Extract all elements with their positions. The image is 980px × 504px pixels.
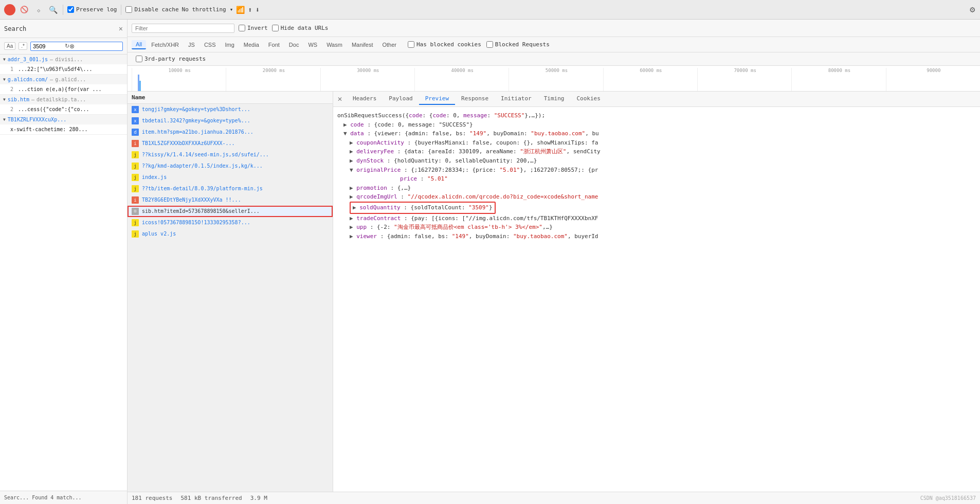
expand-icon-coupon[interactable]: ▶ — [350, 139, 353, 146]
type-btn-wasm[interactable]: Wasm — [322, 41, 347, 49]
tab-response[interactable]: Response — [455, 93, 495, 105]
expand-icon-delivery[interactable]: ▶ — [350, 148, 353, 155]
tab-headers[interactable]: Headers — [347, 93, 383, 105]
search-group-header-1[interactable]: ▼ g.alicdn.com/ — g.alicd... — [0, 75, 127, 84]
filter-button[interactable]: ⬦ — [33, 4, 44, 15]
search-button[interactable]: 🔍 — [47, 4, 59, 15]
expand-icon-dynstock[interactable]: ▶ — [350, 157, 353, 164]
search-close-button[interactable]: × — [119, 25, 123, 33]
request-item-3[interactable]: i TB1XL5ZGFXXXbDXFXXAz6UFXXX-... — [128, 138, 333, 149]
type-btn-font[interactable]: Font — [264, 41, 284, 49]
request-name-6: index.js — [142, 174, 329, 180]
tab-preview[interactable]: Preview — [419, 93, 455, 105]
json-line-data: ▼ data : {viewer: {admin: false, bs: "14… — [337, 129, 976, 138]
search-input-clear-button[interactable]: ⊗ — [69, 43, 75, 50]
request-name-0: tongji?gmkey=&gokey=type%3Dshort... — [142, 106, 329, 112]
type-btn-js[interactable]: JS — [184, 41, 199, 49]
expand-icon-original-price[interactable]: ▼ — [350, 167, 353, 173]
settings-button[interactable]: ⚙ — [969, 6, 976, 14]
filter-input[interactable] — [135, 25, 217, 31]
type-btn-ws[interactable]: WS — [304, 41, 321, 49]
search-group-3: ▼ TB1KZRLFVXXXcuXp... x-swift-cachetime:… — [0, 115, 127, 135]
request-item-10[interactable]: j icoss!057367889815O!13330295358?... — [128, 217, 333, 228]
group-name-3: TB1KZRLFVXXXcuXp... — [8, 117, 66, 122]
request-item-7[interactable]: j ??tb/item-detail/8.0.39/platform-min.j… — [128, 183, 333, 194]
search-group-header-0[interactable]: ▼ addr_3_001.js — divisi... — [0, 55, 127, 64]
regex-button[interactable]: .* — [19, 42, 27, 50]
third-party-checkbox[interactable]: 3rd-party requests — [136, 56, 206, 62]
request-icon-1: x — [132, 117, 139, 124]
group-sep-1: — — [50, 77, 53, 82]
request-item-5[interactable]: j ??kg/kmd-adapter/0.1.5/index.js,kg/k..… — [128, 160, 333, 172]
tab-initiator[interactable]: Initiator — [495, 93, 538, 105]
case-sensitive-button[interactable]: Aa — [4, 42, 15, 50]
timeline-mark-8: 90000 — [886, 68, 980, 91]
detail-close-button[interactable]: ✕ — [337, 96, 342, 103]
tab-payload[interactable]: Payload — [383, 93, 419, 105]
type-btn-doc[interactable]: Doc — [285, 41, 303, 49]
invert-checkbox[interactable]: Invert — [239, 25, 268, 31]
search-input[interactable] — [33, 43, 64, 49]
preserve-log-checkbox[interactable]: Preserve log — [67, 6, 117, 13]
wifi-icon: 📶 — [236, 6, 245, 14]
search-result-1-0[interactable]: 2 ...ction e(e,a){for(var ... — [0, 84, 127, 94]
type-btn-css[interactable]: CSS — [200, 41, 220, 49]
request-icon-2: d — [132, 129, 139, 136]
expand-icon-data[interactable]: ▼ — [343, 130, 347, 137]
request-item-6[interactable]: j index.js — [128, 172, 333, 183]
request-name-10: icoss!057367889815O!13330295358?... — [142, 220, 329, 225]
search-refresh-button[interactable]: ↻ — [65, 43, 69, 49]
timeline-mark-6: 70000 ms — [697, 68, 791, 91]
tab-timing[interactable]: Timing — [538, 93, 571, 105]
search-group-header-2[interactable]: ▼ sib.htm — detailskip.ta... — [0, 95, 127, 104]
detail-content: onSibRequestSuccess({code: {code: 0, mes… — [333, 107, 980, 492]
expand-icon-qrcode[interactable]: ▶ — [350, 193, 353, 200]
json-line-original-price: ▼ originalPrice : {;1627207:28334;: {pri… — [337, 166, 976, 175]
record-button[interactable] — [4, 4, 15, 15]
request-item-0[interactable]: x tongji?gmkey=&gokey=type%3Dshort... — [128, 104, 333, 115]
search-result-0-0[interactable]: 1 ...22:["\u963f\u5df4\... — [0, 64, 127, 74]
json-line-qrcode: ▶ qrcodeImgUrl : "//qcodex.alicdn.com/qr… — [337, 192, 976, 202]
throttle-select[interactable]: No throttling ▾ — [182, 6, 233, 13]
type-btn-img[interactable]: Img — [221, 41, 239, 49]
search-result-2-0[interactable]: 2 ...cess({"code":{"co... — [0, 104, 127, 114]
disable-cache-checkbox[interactable]: Disable cache — [125, 6, 178, 13]
type-btn-fetch[interactable]: Fetch/XHR — [147, 41, 183, 49]
request-item-4[interactable]: j ??kissy/k/1.4.14/seed-min.js,sd/sufei/… — [128, 149, 333, 160]
blocked-requests-checkbox[interactable]: Blocked Requests — [486, 41, 550, 48]
request-item-11[interactable]: j aplus_v2.js — [128, 228, 333, 240]
type-btn-all[interactable]: All — [132, 40, 146, 49]
has-blocked-cookies-checkbox[interactable]: Has blocked cookies — [408, 41, 481, 48]
json-line-upp: ▶ upp : {-2: "淘金币最高可抵商品价<em class='tb-h'… — [337, 223, 976, 232]
expand-icon-trade[interactable]: ▶ — [350, 215, 353, 222]
request-icon-6: j — [132, 174, 139, 181]
request-item-8[interactable]: i TB2Y8G6EDtYBeNjy1XdXXXyVXa_!!... — [128, 194, 333, 206]
type-btn-media[interactable]: Media — [240, 41, 263, 49]
json-line-price: price : "5.01" — [337, 174, 976, 184]
search-group-header-3[interactable]: ▼ TB1KZRLFVXXXcuXp... — [0, 115, 127, 124]
json-tree: onSibRequestSuccess({code: {code: 0, mes… — [337, 111, 976, 241]
request-icon-9: ⊡ — [132, 208, 139, 215]
search-panel: Search × Aa .* ↻ ⊗ ▼ addr_3_001.js — div… — [0, 20, 128, 504]
expand-icon-sold[interactable]: ▶ — [353, 204, 356, 211]
timeline-ruler: 10000 ms 20000 ms 30000 ms 40000 ms 5000… — [132, 66, 980, 91]
tab-cookies[interactable]: Cookies — [570, 93, 606, 105]
expand-icon-code[interactable]: ▶ — [343, 121, 347, 128]
type-btn-other[interactable]: Other — [378, 41, 401, 49]
search-result-3-0[interactable]: x-swift-cachetime: 280... — [0, 124, 127, 134]
status-bar: 181 requests 581 kB transferred 3.9 M — [128, 492, 980, 504]
divider-2 — [121, 5, 121, 15]
collapse-icon-3: ▼ — [3, 117, 6, 122]
hide-data-urls-checkbox[interactable]: Hide data URLs — [272, 25, 329, 31]
request-item-9[interactable]: ⊡ sib.htm?itemId=573678898150&sellerI... — [128, 206, 333, 217]
clear-button[interactable]: 🚫 — [19, 4, 30, 15]
request-item-2[interactable]: d item.htm?spm=a21bo.jianhua.201876... — [128, 127, 333, 138]
watermark: CSDN @aq3518166537 — [920, 495, 976, 501]
upload-icon: ⬆ — [248, 6, 252, 14]
request-item-1[interactable]: x tbdetail.3242?gmkey=&gokey=type%... — [128, 115, 333, 127]
split-content: Name x tongji?gmkey=&gokey=type%3Dshort.… — [128, 92, 980, 492]
expand-icon-viewer[interactable]: ▶ — [350, 233, 353, 240]
expand-icon-upp[interactable]: ▶ — [350, 224, 353, 230]
expand-icon-promotion[interactable]: ▶ — [350, 185, 353, 191]
type-btn-manifest[interactable]: Manifest — [348, 41, 377, 49]
